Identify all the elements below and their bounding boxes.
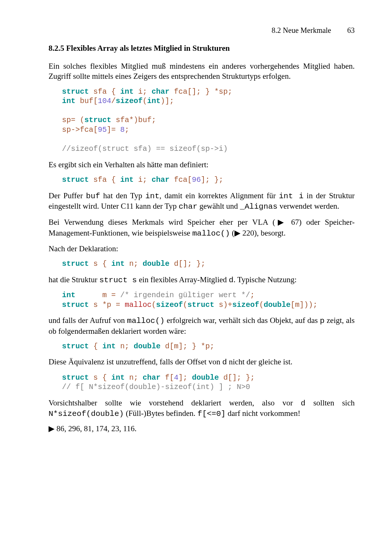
inline-code: d (229, 276, 234, 284)
text: nicht der gleiche ist. (227, 357, 293, 366)
code-text: sp= ( (62, 116, 84, 124)
code-block-3: struct s { int n; double d[]; }; (62, 259, 355, 269)
comment: // f[ N*sizeof(double)-sizeof(int) ] ; N… (62, 383, 250, 391)
code-text: d[m]; } *p; (161, 342, 214, 351)
inline-code: int (145, 192, 159, 200)
kw-int: int (102, 342, 116, 351)
kw-int: int (120, 87, 134, 96)
kw-int: int (120, 175, 134, 184)
paragraph-7: und falls der Aufruf von malloc() erfolg… (49, 315, 355, 336)
comment: /* irgendein gültiger wert */ (120, 291, 250, 299)
kw-struct: struct (84, 116, 111, 124)
code-block-5: struct { int n; double d[m]; } *p; (62, 342, 355, 351)
inline-code: int i (279, 192, 304, 200)
paragraph-6: hat die Struktur struct s ein flexibles … (49, 275, 355, 285)
code-text: i; (134, 87, 152, 96)
kw-struct: struct (62, 373, 89, 382)
kw-char: char (152, 175, 169, 184)
kw-int: int (111, 373, 125, 382)
code-block-2: struct sfa { int i; char fca[96]; }; (62, 175, 355, 185)
text: . Typische Nutzung: (233, 275, 296, 284)
text: sollten sich (305, 398, 355, 407)
kw-int: int (147, 97, 161, 105)
code-text: n; (116, 342, 134, 351)
code-text: m = (75, 291, 120, 299)
kw-int: int (62, 97, 75, 105)
code-text: ]; (178, 373, 192, 382)
kw-struct: struct (62, 342, 89, 351)
paragraph-5: Nach der Deklaration: (49, 244, 355, 254)
comment: //sizeof(struct sfa) == sizeof(sp->i) (62, 144, 228, 153)
num: 95 (98, 125, 107, 134)
kw-double: double (143, 259, 169, 268)
paragraph-9: Vorsichtshalber sollte wie vorstehend de… (49, 398, 355, 419)
section-heading: 8.2.5 Flexibles Array als letztes Mitgli… (49, 44, 355, 53)
code-text: sp->fca[ (62, 125, 98, 134)
paragraph-8: Diese Äquivalenz ist unzutreffend, falls… (49, 357, 355, 367)
code-text: s *p = (89, 301, 125, 309)
code-text: fca[]; } *sp; (169, 87, 232, 96)
inline-code: d (301, 399, 306, 408)
code-text: ]; }; (201, 175, 223, 184)
text: (Füll-)Bytes befinden. (124, 409, 197, 418)
cross-references: ▶ 86, 296, 81, 174, 23, 116. (49, 424, 355, 433)
code-text: ]= (107, 125, 120, 134)
kw-sizeof: sizeof (232, 301, 259, 309)
code-text: ( (143, 97, 147, 105)
page: 8.2 Neue Merkmale 63 8.2.5 Flexibles Arr… (0, 0, 392, 560)
inline-code: malloc() (192, 229, 230, 238)
code-block-6: struct s { int n; char f[4]; double d[];… (62, 373, 355, 392)
code-text: ( (183, 301, 187, 309)
code-text: sfa { (89, 87, 120, 96)
code-text: ( (259, 301, 264, 309)
text: darf nicht vorkommen! (225, 409, 300, 418)
code-text: fca[ (169, 175, 192, 184)
code-text: )]; (161, 97, 174, 105)
inline-code: malloc() (127, 317, 165, 325)
code-text: s { (89, 373, 111, 382)
kw-double: double (134, 342, 161, 351)
text: Vorsichtshalber sollte wie vorstehend de… (49, 398, 301, 407)
ref-list: 86, 296, 81, 174, 23, 116. (55, 424, 137, 433)
num: 4 (174, 373, 178, 382)
kw-char: char (152, 87, 169, 96)
header-page-number: 63 (347, 26, 355, 34)
code-text: / (111, 97, 116, 105)
inline-code: d (222, 358, 227, 367)
triangle-icon: ▶ (275, 218, 286, 226)
text: verwendet werden. (277, 202, 339, 211)
code-text: f[ (161, 373, 174, 382)
paragraph-3: Der Puffer buf hat den Typ int, damit ei… (49, 191, 355, 212)
kw-double: double (264, 301, 290, 309)
kw-sizeof: sizeof (156, 301, 183, 309)
inline-code: struct s (99, 276, 137, 284)
text: , damit ein korrektes Alignment für (159, 191, 279, 200)
kw-struct: struct (62, 259, 89, 268)
code-text: { (89, 342, 102, 351)
code-text: d[]; }; (169, 259, 205, 268)
kw-char: char (143, 373, 161, 382)
paragraph-1: Ein solches flexibles Mitglied muß minde… (49, 61, 355, 82)
num: 96 (192, 175, 201, 184)
text: gewählt und (197, 202, 240, 211)
code-block-1: struct sfa { int i; char fca[]; } *sp; i… (62, 87, 355, 154)
inline-code: p (320, 317, 325, 325)
kw-struct: struct (62, 175, 89, 184)
code-text: ; (250, 291, 255, 299)
inline-code: char (178, 202, 197, 211)
triangle-icon: ▶ (234, 228, 240, 237)
code-text: s { (89, 259, 111, 268)
fn-malloc: malloc (125, 301, 152, 309)
text: und falls der Aufruf von (49, 316, 127, 325)
text: 220), besorgt. (240, 228, 286, 237)
code-text: sfa*)buf; (111, 116, 156, 124)
text: Bei Verwendung dieses Merkmals wird Spei… (49, 218, 275, 227)
inline-code: _Alignas (240, 202, 278, 211)
code-text: i; (134, 175, 152, 184)
num: 104 (98, 97, 111, 105)
text: hat den Typ (100, 191, 145, 200)
code-text: ( (152, 301, 156, 309)
triangle-icon: ▶ (49, 424, 55, 433)
code-text: buf[ (75, 97, 98, 105)
text: erfolgreich war, verhält sich das Objekt… (165, 316, 320, 325)
